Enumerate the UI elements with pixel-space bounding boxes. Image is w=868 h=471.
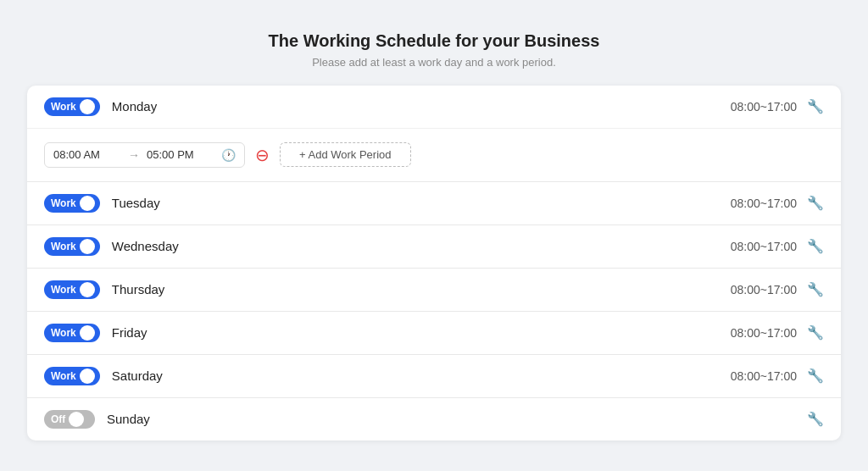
day-hours-friday: 08:00~17:00 [731,326,797,340]
toggle-friday[interactable]: Work [44,324,100,342]
day-hours-saturday: 08:00~17:00 [731,369,797,383]
day-name-thursday: Thursday [112,282,731,296]
wrench-icon-thursday[interactable]: 🔧 [807,281,824,297]
toggle-thursday[interactable]: Work [44,280,100,299]
toggle-wednesday[interactable]: Work [44,237,100,256]
day-name-monday: Monday [112,99,731,114]
schedule-card: WorkMonday08:00~17:00🔧→🕐⊖+ Add Work Peri… [27,86,841,441]
clock-icon-monday-0: 🕐 [221,148,236,162]
add-period-button-monday[interactable]: + Add Work Period [280,142,411,167]
day-row-friday: WorkFriday08:00~17:00🔧 [27,312,841,355]
toggle-saturday[interactable]: Work [44,367,100,385]
toggle-label-thursday: Work [51,284,76,296]
wrench-icon-tuesday[interactable]: 🔧 [807,195,824,211]
toggle-circle-saturday [80,368,95,384]
end-time-monday-0[interactable] [147,148,214,161]
toggle-label-sunday: Off [51,413,65,425]
toggle-circle-friday [80,325,95,341]
wrench-icon-wednesday[interactable]: 🔧 [807,238,824,254]
toggle-label-friday: Work [51,327,76,339]
day-hours-tuesday: 08:00~17:00 [731,197,797,210]
day-row-tuesday: WorkTuesday08:00~17:00🔧 [27,182,841,225]
day-header-friday[interactable]: WorkFriday08:00~17:00🔧 [27,312,841,354]
day-name-sunday: Sunday [107,412,797,426]
wrench-icon-friday[interactable]: 🔧 [807,324,824,341]
toggle-circle-tuesday [80,196,95,211]
day-name-friday: Friday [112,325,731,340]
day-header-thursday[interactable]: WorkThursday08:00~17:00🔧 [27,269,841,311]
toggle-label-monday: Work [51,101,76,113]
day-name-tuesday: Tuesday [112,196,731,210]
day-header-monday[interactable]: WorkMonday08:00~17:00🔧 [27,86,841,129]
toggle-circle-sunday [69,412,84,427]
day-name-saturday: Saturday [112,368,731,383]
day-name-wednesday: Wednesday [112,239,731,253]
toggle-label-saturday: Work [51,370,76,382]
remove-period-monday-0[interactable]: ⊖ [255,147,270,163]
day-row-monday: WorkMonday08:00~17:00🔧→🕐⊖+ Add Work Peri… [27,86,841,182]
toggle-sunday[interactable]: Off [44,410,95,429]
day-hours-monday: 08:00~17:00 [731,100,797,114]
time-range-monday-0: →🕐 [44,142,245,168]
day-row-saturday: WorkSaturday08:00~17:00🔧 [27,355,841,398]
toggle-circle-wednesday [80,239,95,254]
day-row-sunday: OffSunday🔧 [27,398,841,441]
toggle-label-tuesday: Work [51,197,76,209]
wrench-icon-monday[interactable]: 🔧 [807,98,824,114]
day-row-thursday: WorkThursday08:00~17:00🔧 [27,269,841,312]
day-header-sunday[interactable]: OffSunday🔧 [27,398,841,441]
day-header-wednesday[interactable]: WorkWednesday08:00~17:00🔧 [27,225,841,268]
page-subtitle: Please add at least a work day and a wor… [312,56,556,69]
arrow-icon-monday-0: → [128,148,140,162]
page-title: The Working Schedule for your Business [269,31,600,51]
toggle-monday[interactable]: Work [44,97,100,116]
start-time-monday-0[interactable] [53,148,121,161]
day-header-saturday[interactable]: WorkSaturday08:00~17:00🔧 [27,355,841,397]
day-header-tuesday[interactable]: WorkTuesday08:00~17:00🔧 [27,182,841,224]
day-detail-monday: →🕐⊖+ Add Work Period [27,129,841,181]
wrench-icon-sunday[interactable]: 🔧 [807,411,824,427]
toggle-circle-thursday [80,282,95,297]
day-hours-wednesday: 08:00~17:00 [731,240,797,253]
day-row-wednesday: WorkWednesday08:00~17:00🔧 [27,225,841,269]
day-hours-thursday: 08:00~17:00 [731,283,797,296]
toggle-tuesday[interactable]: Work [44,194,100,213]
toggle-label-wednesday: Work [51,241,76,252]
toggle-circle-monday [80,99,95,114]
wrench-icon-saturday[interactable]: 🔧 [807,368,824,384]
